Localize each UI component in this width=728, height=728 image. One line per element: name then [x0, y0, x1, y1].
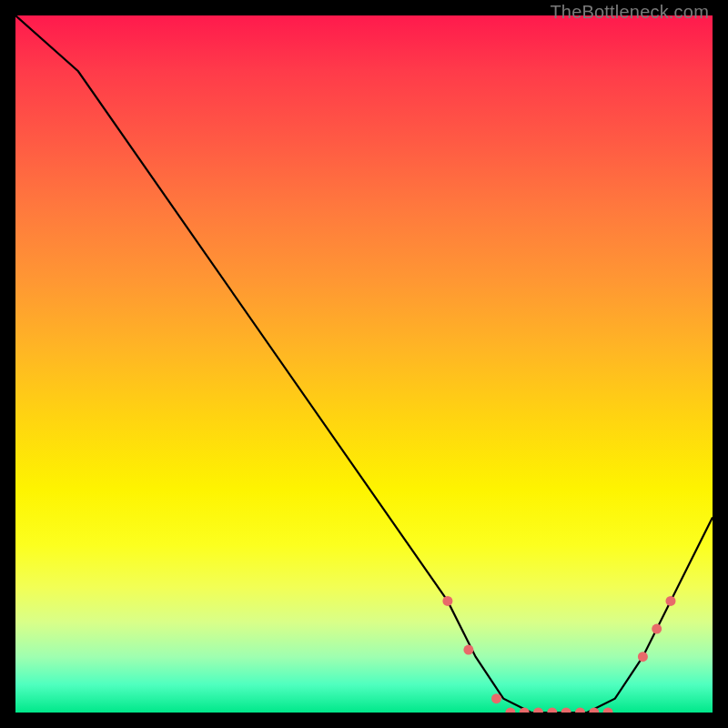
gradient-background	[15, 15, 713, 713]
watermark-text: TheBottleneck.com	[550, 2, 709, 23]
chart-frame: TheBottleneck.com	[15, 15, 713, 713]
